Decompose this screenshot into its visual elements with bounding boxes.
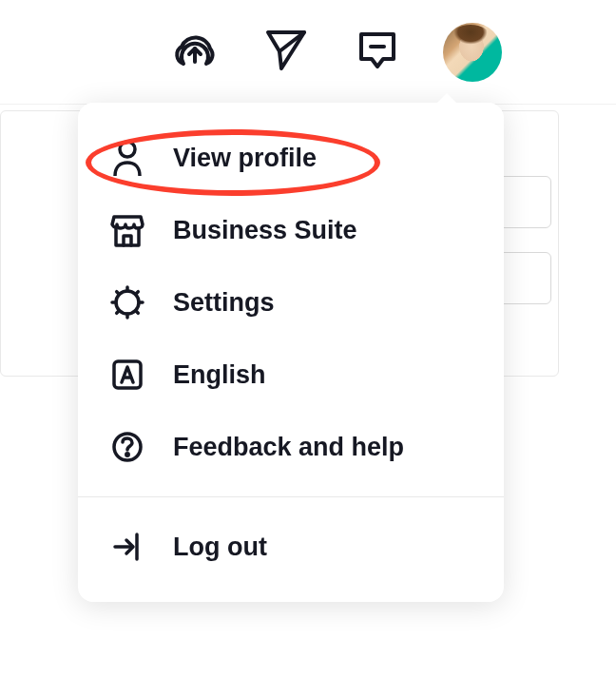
svg-rect-3 [114, 361, 141, 388]
menu-label: Log out [173, 533, 267, 562]
menu-label: Business Suite [173, 216, 357, 245]
language-icon [110, 358, 144, 392]
menu-label: Settings [173, 288, 275, 318]
storefront-icon [110, 213, 144, 247]
paper-plane-icon [264, 29, 308, 76]
message-icon [357, 30, 397, 74]
avatar-button[interactable] [443, 23, 502, 82]
logout-icon [110, 530, 144, 564]
menu-label: View profile [173, 144, 317, 173]
menu-divider [78, 496, 504, 497]
settings-item[interactable]: Settings [78, 266, 504, 339]
business-suite-item[interactable]: Business Suite [78, 194, 504, 266]
gear-icon [110, 285, 144, 320]
send-button[interactable] [260, 27, 312, 78]
top-bar [0, 0, 616, 105]
person-icon [110, 141, 144, 175]
menu-label: Feedback and help [173, 433, 404, 462]
profile-dropdown: View profile Business Suite Settings [78, 103, 504, 602]
cloud-upload-icon [170, 29, 220, 75]
avatar-image [443, 23, 502, 82]
logout-item[interactable]: Log out [78, 511, 504, 583]
question-icon [110, 430, 144, 464]
svg-point-1 [120, 142, 135, 157]
svg-point-5 [126, 454, 128, 456]
menu-label: English [173, 360, 266, 390]
language-item[interactable]: English [78, 339, 504, 411]
inbox-button[interactable] [352, 27, 403, 78]
upload-button[interactable] [169, 27, 221, 78]
feedback-item[interactable]: Feedback and help [78, 411, 504, 483]
view-profile-item[interactable]: View profile [78, 122, 504, 194]
